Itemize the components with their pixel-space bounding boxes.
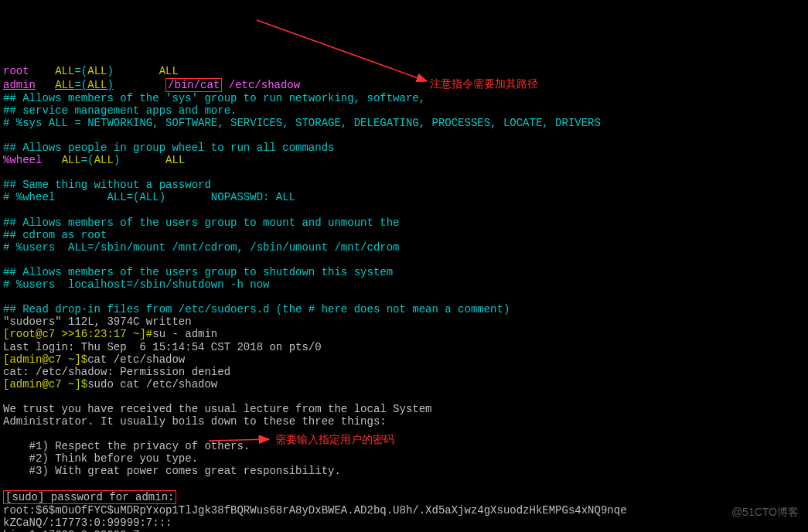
- comment: ## Allows members of the users group to …: [3, 266, 393, 278]
- user-root: root: [3, 65, 29, 77]
- spec-all: ALL: [62, 154, 81, 166]
- paren: (: [81, 79, 87, 91]
- eq: =: [81, 154, 87, 166]
- paren: ): [107, 79, 113, 91]
- comment: # %users localhost=/sbin/shutdown -h now: [3, 278, 269, 291]
- annotation-note-password: 需要输入指定用户的密码: [275, 433, 394, 445]
- terminal-output: root ALL=(ALL) ALL admin ALL=(ALL) /bin/…: [3, 53, 805, 532]
- paren: (: [81, 65, 87, 77]
- shadow-line: bin:*:17632:0:99999:7:::: [3, 529, 159, 532]
- paren: ): [114, 154, 120, 166]
- sudo-lecture: We trust you have received the usual lec…: [3, 403, 432, 415]
- cmd-path: /bin/cat: [168, 79, 220, 91]
- cmd-all: ALL: [165, 154, 185, 166]
- comment: # %users ALL=/sbin/mount /mnt/cdrom, /sb…: [3, 241, 399, 254]
- user-admin: admin: [3, 79, 36, 91]
- prompt-admin: [admin@c7 ~]$: [3, 353, 87, 366]
- sudo-rule: #3) With great power comes great respons…: [3, 465, 341, 477]
- runas-all: ALL: [94, 154, 114, 166]
- highlighted-password-prompt: [sudo] password for admin:: [3, 490, 176, 504]
- comment: ## service management apps and more.: [3, 104, 237, 117]
- annotation-note-path: 注意指令需要加其路径: [430, 77, 538, 90]
- shadow-line: root:$6$mOuOfFYC$uMDRpYxop1TlJgk38fBQRWu…: [3, 504, 627, 517]
- comment: # %sys ALL = NETWORKING, SOFTWARE, SERVI…: [3, 117, 601, 129]
- sudo-rule: #2) Think before you type.: [3, 452, 198, 465]
- comment: # %wheel ALL=(ALL) NOPASSWD: ALL: [3, 191, 295, 203]
- runas-all: ALL: [87, 65, 107, 77]
- sudo-lecture: Administrator. It usually boils down to …: [3, 415, 387, 428]
- spec-all: ALL: [55, 65, 74, 77]
- comment: ## Allows people in group wheel to run a…: [3, 142, 334, 154]
- comment: ## Read drop-in files from /etc/sudoers.…: [3, 303, 510, 315]
- last-login: Last login: Thu Sep 6 15:14:54 CST 2018 …: [3, 341, 322, 353]
- eq: =: [74, 65, 80, 77]
- watermark: @51CTO博客: [731, 506, 799, 518]
- eq: =: [74, 79, 80, 91]
- spec-all: ALL: [55, 79, 74, 91]
- paren: (: [87, 154, 94, 166]
- comment: ## cdrom as root: [3, 229, 107, 241]
- cmd-all: ALL: [159, 65, 179, 77]
- sudo-password-prompt[interactable]: [sudo] password for admin:: [5, 491, 174, 503]
- comment: ## Same thing without a password: [3, 179, 211, 191]
- highlighted-command-path: /bin/cat: [165, 78, 222, 92]
- comment: ## Allows members of the 'sys' group to …: [3, 92, 425, 104]
- prompt-admin: [admin@c7 ~]$: [3, 378, 87, 390]
- comment: ## Allows members of the users group to …: [3, 217, 399, 229]
- group-wheel: %wheel: [3, 154, 42, 166]
- paren: ): [107, 65, 113, 77]
- cmd-arg: /etc/shadow: [222, 79, 300, 91]
- error-perm-denied: cat: /etc/shadow: Permission denied: [3, 366, 230, 378]
- vim-status: "sudoers" 112L, 3974C written: [3, 315, 192, 328]
- shadow-line: kZCaNQ/:17773:0:99999:7:::: [3, 517, 172, 529]
- cmd-sudo-cat: sudo cat /etc/shadow: [87, 378, 217, 390]
- cmd-su: su - admin: [152, 328, 217, 340]
- prompt-root: [root@c7 >>16:23:17 ~]#: [3, 328, 152, 340]
- cmd-cat: cat /etc/shadow: [87, 353, 185, 366]
- sudo-rule: #1) Respect the privacy of others.: [3, 440, 250, 452]
- runas-all: ALL: [87, 79, 107, 91]
